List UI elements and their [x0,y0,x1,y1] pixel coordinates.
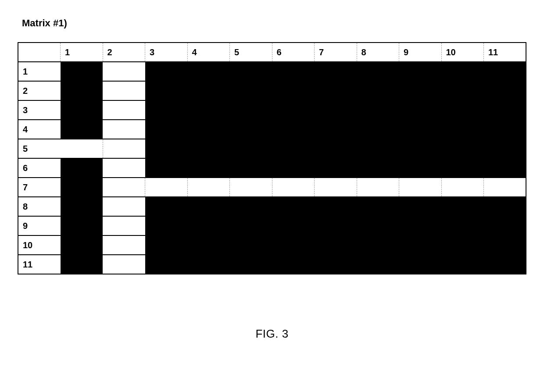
matrix-cell [357,216,399,235]
matrix-cell [187,120,230,139]
matrix-cell [441,139,484,158]
table-row: 3 [18,100,526,120]
matrix-cell [441,120,484,139]
matrix-cell [61,100,103,120]
matrix-cell [484,197,526,216]
table-row: 2 [18,81,526,100]
table-row: 10 [18,235,526,255]
matrix-cell [230,255,272,274]
matrix-cell [484,100,526,120]
col-header: 8 [357,43,399,62]
matrix-cell [484,235,526,255]
matrix-cell [145,139,188,158]
matrix-cell [357,62,399,81]
table-row: 7 [18,178,526,197]
matrix-cell [357,139,399,158]
matrix-cell [484,255,526,274]
matrix-cell [357,158,399,178]
col-header: 2 [103,43,145,62]
matrix-cell [145,81,188,100]
matrix-cell [484,158,526,178]
matrix-cell [357,120,399,139]
table-row: 6 [18,158,526,178]
matrix-cell [187,178,230,197]
matrix-cell [103,139,145,158]
matrix-cell [145,178,188,197]
matrix-cell [103,235,145,255]
matrix-cell [272,62,315,81]
matrix-cell [441,100,484,120]
matrix-body: 1234567891011 [18,62,526,274]
row-header: 7 [18,178,61,197]
matrix-cell [103,62,145,81]
matrix-cell [441,158,484,178]
matrix-cell [187,197,230,216]
matrix-cell [230,158,272,178]
matrix-cell [441,178,484,197]
col-header: 10 [441,43,484,62]
row-header: 2 [18,81,61,100]
matrix-cell [484,81,526,100]
matrix-cell [315,255,357,274]
col-header: 1 [61,43,103,62]
matrix-cell [315,197,357,216]
matrix-cell [145,216,188,235]
matrix-cell [145,158,188,178]
col-header: 9 [399,43,442,62]
table-row: 5 [18,139,526,158]
row-header: 4 [18,120,61,139]
matrix-cell [187,100,230,120]
corner-cell [18,43,61,62]
matrix-cell [103,100,145,120]
matrix-cell [61,255,103,274]
page-title: Matrix #1) [22,18,531,29]
matrix-cell [230,197,272,216]
col-header: 5 [230,43,272,62]
matrix-cell [61,178,103,197]
matrix-cell [272,197,315,216]
header-row: 1234567891011 [18,43,526,62]
matrix-cell [145,120,188,139]
matrix-cell [272,235,315,255]
figure-caption: FIG. 3 [13,327,531,341]
matrix-cell [187,81,230,100]
matrix-cell [230,178,272,197]
matrix-cell [103,81,145,100]
matrix-cell [441,197,484,216]
matrix-cell [187,139,230,158]
col-header: 4 [187,43,230,62]
matrix-cell [230,139,272,158]
matrix-cell [61,120,103,139]
matrix-cell [315,216,357,235]
matrix-cell [145,197,188,216]
matrix-cell [315,158,357,178]
matrix-cell [441,81,484,100]
matrix-cell [357,197,399,216]
matrix-cell [272,255,315,274]
matrix-cell [103,197,145,216]
matrix-cell [399,81,442,100]
matrix-cell [272,81,315,100]
matrix-cell [315,81,357,100]
matrix-table: 1234567891011 1234567891011 [18,42,526,274]
matrix-cell [441,255,484,274]
matrix-cell [399,62,442,81]
matrix-cell [399,255,442,274]
matrix-cell [441,62,484,81]
matrix-cell [484,178,526,197]
matrix-cell [61,235,103,255]
row-header: 9 [18,216,61,235]
matrix-cell [484,216,526,235]
matrix-cell [399,178,442,197]
matrix-cell [357,100,399,120]
matrix-cell [484,139,526,158]
row-header: 11 [18,255,61,274]
matrix-cell [357,178,399,197]
matrix-cell [187,62,230,81]
matrix-cell [399,235,442,255]
table-row: 8 [18,197,526,216]
matrix-cell [272,100,315,120]
matrix-cell [315,139,357,158]
row-header: 6 [18,158,61,178]
matrix-cell [272,178,315,197]
